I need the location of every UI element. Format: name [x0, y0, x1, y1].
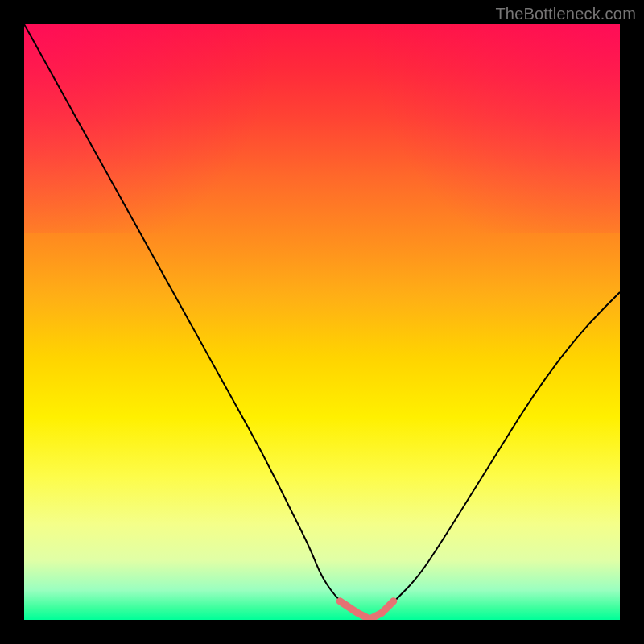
watermark-text: TheBottleneck.com: [495, 5, 636, 23]
chart-frame: TheBottleneck.com: [0, 0, 644, 644]
optimal-zone-path: [340, 601, 394, 619]
bottleneck-curve-path: [24, 24, 620, 618]
bottleneck-curve-svg: [24, 24, 620, 620]
plot-area: [24, 24, 620, 620]
